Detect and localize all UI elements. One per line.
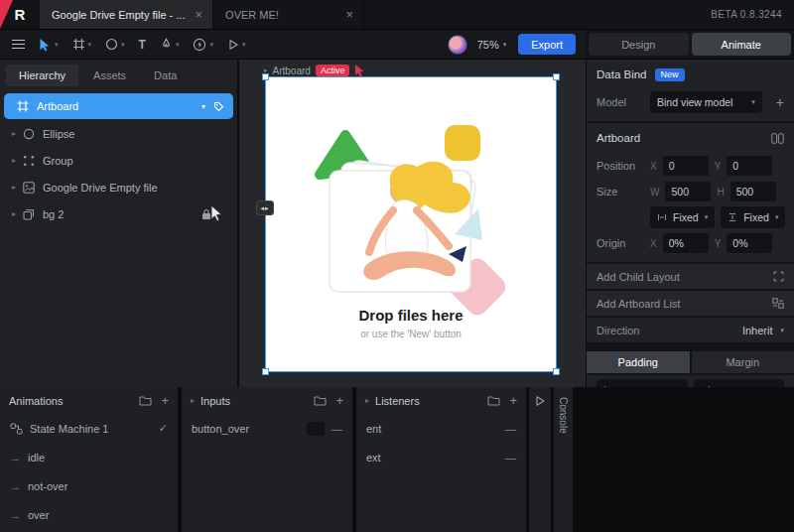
expander-icon[interactable]: ▸ bbox=[9, 183, 19, 192]
animation-item-over[interactable]: → over bbox=[0, 500, 178, 529]
edge-resize-widget[interactable]: ◂▸ bbox=[256, 200, 274, 215]
tab-margin[interactable]: Margin bbox=[692, 351, 794, 373]
chevron-down-icon[interactable]: ▾ bbox=[88, 41, 92, 49]
y-axis-label: Y bbox=[715, 161, 722, 172]
plus-icon[interactable]: + bbox=[509, 394, 517, 407]
tree-item-bg2[interactable]: ▸ bg 2 bbox=[0, 200, 237, 227]
file-tab[interactable]: OVER ME! × bbox=[213, 0, 364, 29]
fit-height-select[interactable]: Fixed ▾ bbox=[721, 206, 785, 228]
lock-icon[interactable] bbox=[201, 208, 211, 220]
chevron-down-icon[interactable]: ▾ bbox=[121, 41, 125, 49]
fit-width-select[interactable]: Fixed ▾ bbox=[650, 206, 715, 228]
chevron-down-icon[interactable]: ▾ bbox=[176, 41, 180, 49]
tree-item-group[interactable]: ▸ Group bbox=[0, 147, 237, 174]
folder-icon[interactable] bbox=[487, 395, 500, 406]
fit-width-icon bbox=[657, 212, 667, 222]
model-select[interactable]: Bind view model ▾ bbox=[650, 91, 762, 113]
state-machine-icon bbox=[10, 423, 23, 435]
chevron-down-icon[interactable]: ▾ bbox=[209, 41, 213, 49]
console-tab-label[interactable]: Console bbox=[558, 397, 569, 532]
artboard-name-label[interactable]: Artboard bbox=[273, 66, 311, 76]
folder-icon[interactable] bbox=[314, 395, 327, 406]
remove-icon[interactable]: — bbox=[505, 452, 516, 464]
animation-item-not-over[interactable]: → not-over bbox=[0, 471, 178, 500]
chevron-down-icon[interactable]: ▾ bbox=[242, 41, 246, 49]
shape-tool[interactable]: ▾ bbox=[105, 38, 125, 51]
plus-icon[interactable]: + bbox=[161, 394, 169, 407]
origin-y-input[interactable]: 0% bbox=[727, 233, 772, 253]
origin-x-input[interactable]: 0% bbox=[663, 233, 709, 253]
tree-item-image[interactable]: ▸ Google Drive Empty file bbox=[0, 174, 237, 200]
add-artboard-list-button[interactable]: Add Artboard List bbox=[587, 291, 794, 316]
pen-tool[interactable]: ▾ bbox=[160, 38, 180, 51]
position-x-input[interactable]: 0 bbox=[663, 156, 709, 176]
listeners-title: Listeners bbox=[375, 395, 420, 407]
input-value-box[interactable] bbox=[307, 422, 325, 436]
close-icon[interactable]: × bbox=[346, 8, 354, 21]
select-tool[interactable]: ▾ bbox=[39, 38, 59, 52]
check-icon: ✓ bbox=[159, 422, 168, 435]
listener-item-ent[interactable]: ent — bbox=[356, 414, 526, 443]
position-y-input[interactable]: 0 bbox=[727, 156, 772, 176]
artboard[interactable]: Drop files here or use the 'New' button … bbox=[266, 77, 556, 371]
animation-label: State Machine 1 bbox=[30, 423, 109, 435]
input-item-button-over[interactable]: button_over — bbox=[182, 414, 352, 443]
rive-logo[interactable]: R bbox=[0, 0, 40, 29]
tree-item-artboard[interactable]: Artboard ▾ bbox=[4, 93, 233, 119]
direction-value: Inherit bbox=[742, 325, 773, 336]
data-bind-title: Data Bind bbox=[596, 68, 647, 80]
menu-icon[interactable] bbox=[12, 40, 25, 50]
tab-animate[interactable]: Animate bbox=[692, 33, 792, 56]
add-child-layout-button[interactable]: Add Child Layout bbox=[587, 264, 794, 289]
add-model-button[interactable]: + bbox=[776, 95, 784, 109]
direction-select[interactable]: Inherit ▾ bbox=[742, 325, 784, 336]
remove-icon[interactable]: — bbox=[331, 423, 342, 435]
avatar[interactable] bbox=[448, 35, 467, 55]
chevron-down-icon[interactable]: ▾ bbox=[201, 102, 205, 111]
text-tool[interactable]: T bbox=[139, 38, 146, 52]
zoom-control[interactable]: 75% ▾ bbox=[477, 39, 507, 51]
padding-input[interactable] bbox=[694, 379, 785, 387]
panel-tabs: Hierarchy Assets Data bbox=[0, 60, 237, 89]
listener-label: ent bbox=[366, 423, 381, 435]
drop-illustration bbox=[266, 77, 556, 371]
resize-handle-bottom-left[interactable] bbox=[262, 368, 269, 375]
expander-icon[interactable]: ▸ bbox=[191, 396, 195, 405]
export-button[interactable]: Export bbox=[518, 34, 576, 55]
size-w-input[interactable]: 500 bbox=[665, 182, 711, 201]
animation-item-state-machine[interactable]: State Machine 1 ✓ bbox=[0, 414, 178, 443]
plus-icon[interactable]: + bbox=[335, 394, 343, 407]
artboard-tool[interactable]: ▾ bbox=[72, 38, 92, 51]
remove-icon[interactable]: — bbox=[505, 423, 516, 435]
tag-icon[interactable] bbox=[213, 101, 224, 112]
padding-input[interactable] bbox=[596, 379, 688, 387]
tab-hierarchy[interactable]: Hierarchy bbox=[6, 65, 78, 86]
folder-icon[interactable] bbox=[139, 395, 152, 406]
tree-item-ellipse[interactable]: ▸ Ellipse bbox=[0, 120, 237, 147]
tab-data[interactable]: Data bbox=[141, 65, 190, 86]
expander-icon[interactable]: ▸ bbox=[9, 129, 19, 138]
chevron-down-icon[interactable]: ▾ bbox=[55, 41, 59, 49]
expander-icon[interactable]: ▸ bbox=[9, 156, 19, 165]
size-h-input[interactable]: 500 bbox=[730, 182, 776, 201]
expander-icon[interactable]: ▸ bbox=[365, 396, 369, 405]
resize-handle-top-right[interactable] bbox=[553, 73, 560, 80]
canvas-stage[interactable]: ▸ Artboard Active bbox=[239, 60, 586, 387]
layout-columns-icon[interactable] bbox=[771, 133, 784, 144]
tab-design[interactable]: Design bbox=[589, 33, 689, 56]
console-strip[interactable]: Console bbox=[554, 387, 573, 532]
listener-item-ext[interactable]: ext — bbox=[356, 443, 526, 471]
expander-icon[interactable]: ▸ bbox=[9, 209, 19, 218]
bolt-tool[interactable]: ▾ bbox=[193, 38, 213, 52]
tab-assets[interactable]: Assets bbox=[80, 65, 139, 86]
play-button-icon[interactable] bbox=[534, 395, 546, 407]
resize-handle-top-left[interactable] bbox=[262, 73, 269, 80]
pen-tool-icon bbox=[160, 38, 173, 51]
close-icon[interactable]: × bbox=[196, 8, 203, 21]
play-tool[interactable]: ▾ bbox=[227, 39, 246, 51]
tab-padding[interactable]: Padding bbox=[587, 351, 690, 373]
animation-item-idle[interactable]: → idle bbox=[0, 443, 178, 471]
artboard-icon bbox=[16, 99, 30, 113]
file-tab-active[interactable]: Google Drive Empty file - ... × bbox=[40, 0, 213, 29]
resize-handle-bottom-right[interactable] bbox=[553, 368, 560, 375]
